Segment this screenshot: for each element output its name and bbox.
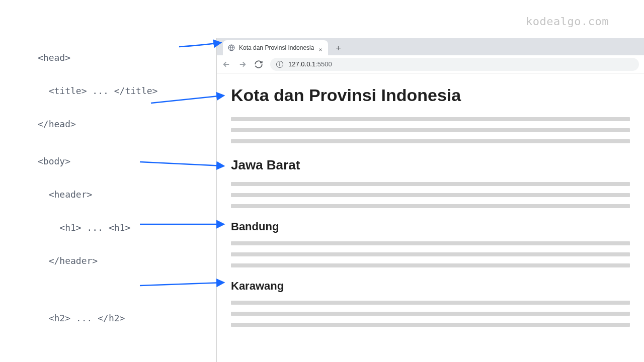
placeholder-line	[231, 323, 630, 327]
browser-window: Kota dan Provinsi Indonesia + i 127.0.0.…	[216, 38, 644, 362]
code-h2-tag: <h2> ... </h2>	[38, 313, 157, 324]
browser-tab-strip: Kota dan Provinsi Indonesia +	[217, 38, 644, 55]
page-heading-h3-1: Bandung	[231, 220, 630, 233]
code-head-close: </head>	[38, 119, 157, 130]
browser-tab[interactable]: Kota dan Provinsi Indonesia	[223, 40, 328, 55]
url-text: 127.0.0.1:5500	[288, 60, 332, 68]
url-host: 127.0.0.1	[288, 60, 315, 68]
code-header-close: </header>	[38, 255, 157, 266]
placeholder-line	[231, 204, 630, 208]
code-pane: <head> <title> ... </title> </head> <bod…	[38, 30, 157, 362]
placeholder-line	[231, 263, 630, 267]
address-bar[interactable]: i 127.0.0.1:5500	[270, 58, 639, 71]
placeholder-line	[231, 241, 630, 245]
placeholder-line	[231, 193, 630, 197]
globe-icon	[228, 44, 235, 51]
code-title-tag: <title> ... </title>	[38, 85, 157, 97]
placeholder-line	[231, 252, 630, 256]
placeholder-line	[231, 312, 630, 316]
code-h1-tag: <h1> ... <h1>	[38, 222, 157, 233]
code-body-open: <body>	[38, 156, 157, 167]
back-icon[interactable]	[222, 60, 231, 69]
browser-toolbar: i 127.0.0.1:5500	[217, 55, 644, 73]
page-heading-h3-2: Karawang	[231, 280, 630, 293]
close-icon[interactable]	[318, 45, 323, 50]
arrow-title	[179, 43, 220, 47]
placeholder-line	[231, 182, 630, 186]
page-heading-h2: Jawa Barat	[231, 157, 630, 173]
page-content: Kota dan Provinsi Indonesia Jawa Barat B…	[217, 73, 644, 346]
code-header-open: <header>	[38, 189, 157, 200]
placeholder-line	[231, 128, 630, 132]
page-heading-h1: Kota dan Provinsi Indonesia	[231, 85, 630, 105]
placeholder-line	[231, 139, 630, 143]
watermark-text: kodealgo.com	[526, 15, 609, 28]
url-port: :5500	[315, 60, 332, 68]
placeholder-line	[231, 301, 630, 305]
code-head-open: <head>	[38, 52, 157, 63]
placeholder-line	[231, 117, 630, 121]
new-tab-button[interactable]: +	[331, 41, 345, 55]
info-icon: i	[276, 61, 283, 68]
arrow-h1	[151, 96, 223, 103]
forward-icon[interactable]	[238, 60, 247, 69]
reload-icon[interactable]	[254, 60, 263, 69]
browser-tab-title: Kota dan Provinsi Indonesia	[239, 44, 314, 51]
